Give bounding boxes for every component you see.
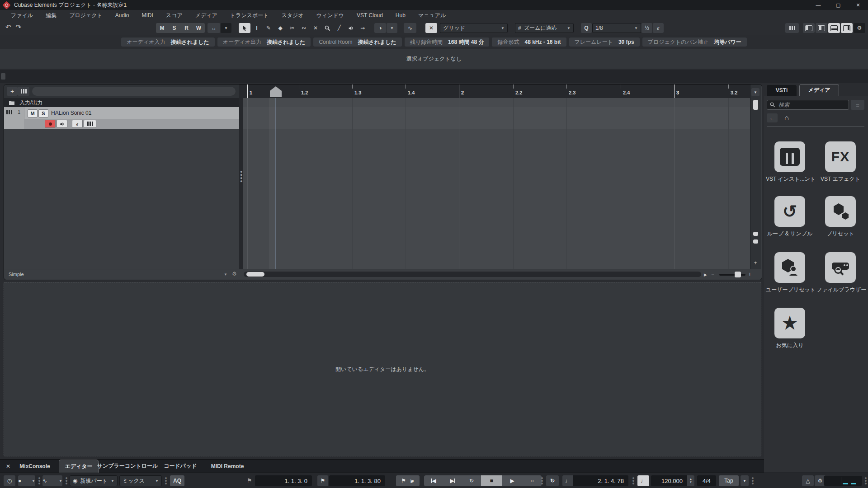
draw-tool[interactable]: ✎ [263,23,274,33]
tile-presets[interactable]: プリセット [816,196,864,238]
left-zone-toggle[interactable] [803,23,815,33]
mute-tool[interactable]: ✕ [310,23,321,33]
vertical-zoom-in-button[interactable]: + [751,259,760,267]
go-to-end-button[interactable]: ▶ [443,475,462,486]
quantize-preset-combo[interactable]: 1/8 ▼ [592,23,641,33]
track-view-settings-gear[interactable]: ⚙ [232,271,237,277]
track-view-preset[interactable]: Simple [9,272,24,277]
menu-score[interactable]: スコア [160,12,189,19]
tempo-options-dropdown[interactable]: ▼ [741,475,749,486]
primary-time-display[interactable]: 2. 1. 4. 78 [573,475,628,486]
view-preset-dropdown[interactable]: ▼ [224,272,227,277]
media-back-button[interactable]: ← [767,113,778,122]
scrub-tool[interactable]: ⇝ [357,23,368,33]
zoom-in-button[interactable]: + [748,271,751,277]
menu-transport[interactable]: トランスポート [224,12,275,19]
menu-studio[interactable]: スタジオ [275,12,310,19]
track-name[interactable]: HALion Sonic 01 [51,110,91,116]
tile-vst-effects[interactable]: FX VST エフェクト [816,141,864,183]
write-automation-button[interactable]: W [193,23,205,33]
tap-tempo-button[interactable]: Tap [719,475,739,486]
record-button[interactable]: ○ [523,475,542,486]
common-record-modes-button[interactable]: ◷ [4,475,15,486]
instrument-rack-button[interactable] [785,23,799,33]
tab-sampler-control[interactable]: サンプラーコントロール [91,460,164,473]
mute-all-button[interactable]: M [156,23,168,33]
tab-mixconsole[interactable]: MixConsole [10,460,60,473]
redo-button[interactable]: ↷ [16,23,22,31]
media-list-view-button[interactable]: ≡ [851,100,864,110]
midi-record-mode-combo[interactable]: ◉ 新規パート ▼ [70,475,118,486]
zoom-fit-combo[interactable]: # ズームに適応 ▼ [515,23,574,33]
go-to-start-button[interactable]: ◀ [424,475,443,486]
monitor-button[interactable] [57,120,67,128]
menu-hub[interactable]: Hub [389,12,412,19]
tempo-track-toggle[interactable]: ♩ [637,475,649,486]
horizontal-scrollbar-thumb[interactable] [246,272,264,277]
menu-audio[interactable]: Audio [109,12,136,19]
menu-edit[interactable]: 編集 [39,12,63,19]
time-format-note-icon[interactable]: ♩ [562,475,573,486]
add-track-button[interactable]: + [7,87,18,96]
left-zone-wide-toggle[interactable] [816,23,827,33]
minimize-button[interactable]: — [808,0,828,10]
menu-midi[interactable]: MIDI [136,12,160,19]
cycle-button[interactable]: ↻ [462,475,481,486]
menu-window[interactable]: ウィンドウ [310,12,350,19]
automation-follows-events-button[interactable]: ∿ [404,23,416,33]
play-audition-tool[interactable] [345,23,356,33]
horizontal-zoom-slider[interactable] [719,274,745,276]
tab-midi-remote[interactable]: MIDI Remote [200,460,255,473]
tile-file-browser[interactable]: ファイルブラウザー [816,252,864,294]
right-zone-toggle[interactable] [841,23,853,33]
solo-all-button[interactable]: S [168,23,180,33]
tile-user-presets[interactable]: ユーザープリセット [766,252,814,294]
divider-handle[interactable]: ●●●● [240,170,242,188]
stop-button[interactable]: ■ [481,475,502,486]
menu-file[interactable]: ファイル [5,12,39,19]
metronome-button[interactable]: △ [802,475,814,486]
horizontal-zoom-thumb[interactable] [735,272,741,277]
menu-project[interactable]: プロジェクト [63,12,109,19]
menu-manual[interactable]: マニュアル [412,12,452,19]
vertical-scrollbar-thumb[interactable] [753,100,758,110]
instrument-track-row[interactable]: 1 M S HALion Sonic 01 e [4,107,239,129]
media-home-button[interactable]: ⌂ [781,113,792,122]
overview-handle[interactable] [1,73,5,80]
project-cursor-handle[interactable] [270,86,282,97]
event-display-area[interactable] [243,98,750,269]
read-automation-button[interactable]: R [180,23,193,33]
color-dropdown[interactable]: ▼ [387,23,397,33]
track-height-thumb[interactable] [753,239,758,244]
grid-type-combo[interactable]: グリッド ▼ [440,23,508,33]
zoom-out-button[interactable]: − [711,272,714,278]
tile-loops-samples[interactable]: ↺ ループ & サンプル [766,196,814,238]
timeline-ruler[interactable]: 1 1.2 1.3 1.4 2 2.2 2.3 2.4 3 3.2 [243,84,750,99]
tile-favorites[interactable]: ★ お気に入り [766,308,814,349]
triplet-quantize-button[interactable]: ½ [642,23,652,33]
tab-vsti[interactable]: VSTi [767,85,797,96]
menu-vst-cloud[interactable]: VST Cloud [350,12,389,19]
exchange-time-format-button[interactable]: ↻ [546,475,559,486]
open-quantize-panel-button[interactable]: e [653,23,664,33]
audio-cycle-record-mode-button[interactable]: ∿ ▼ [42,475,62,486]
zoom-tool[interactable] [322,23,333,33]
performance-meter[interactable] [824,476,862,486]
color-tool[interactable]: ◑ [374,23,386,33]
object-selection-tool[interactable] [239,23,250,33]
autoscroll-options-dropdown[interactable]: ▼ [221,23,231,33]
left-locator-display[interactable]: 1. 1. 3. 0 [255,475,312,486]
split-tool[interactable]: ✂ [287,23,297,33]
punch-in-out-buttons[interactable]: ⚑ ⚑ [396,475,420,486]
tempo-spinner[interactable]: ▲ ▼ [687,475,694,486]
range-selection-tool[interactable]: I [251,23,262,33]
midi-cycle-record-mode-combo[interactable]: ミックス ▼ [119,475,162,486]
track-mute-button[interactable]: M [28,109,38,117]
maximize-button[interactable]: ▢ [828,0,848,10]
tile-vst-instruments[interactable]: VST インスト...ント [766,141,814,183]
line-tool[interactable]: ╱ [334,23,344,33]
ruler-options-button[interactable]: ▼ [751,88,760,96]
scroll-right-arrow[interactable]: ▶ [704,272,707,277]
snap-on-off-button[interactable]: ✕ [425,23,437,33]
tab-media[interactable]: メディア [799,84,839,96]
